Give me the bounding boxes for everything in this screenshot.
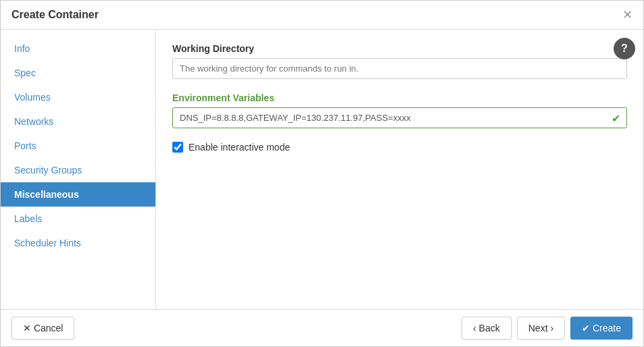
environment-variables-group: Environment Variables ✔ [172,92,627,128]
modal-title: Create Container [11,9,99,21]
close-button[interactable]: ✕ [622,9,633,21]
sidebar: Info Spec Volumes Networks Ports Securit… [1,30,156,309]
help-button[interactable]: ? [614,38,635,59]
modal-footer: ✕ Cancel ‹ Back Next › ✔ Create [1,309,643,346]
sidebar-item-scheduler-hints[interactable]: Scheduler Hints [1,231,155,255]
environment-variables-label: Environment Variables [172,92,627,103]
next-button[interactable]: Next › [517,317,565,340]
back-button[interactable]: ‹ Back [462,317,512,340]
sidebar-item-labels[interactable]: Labels [1,207,155,231]
interactive-mode-row: Enable interactive mode [172,142,627,153]
sidebar-item-ports[interactable]: Ports [1,134,155,158]
sidebar-item-miscellaneous[interactable]: Miscellaneous [1,182,155,207]
modal-body: Info Spec Volumes Networks Ports Securit… [1,30,643,309]
working-directory-input[interactable] [172,58,627,79]
create-container-modal: Create Container ✕ Info Spec Volumes Net… [0,0,644,347]
sidebar-item-info[interactable]: Info [1,36,155,61]
environment-variables-input[interactable] [172,107,627,128]
interactive-mode-label: Enable interactive mode [189,142,290,153]
footer-right-buttons: ‹ Back Next › ✔ Create [462,317,633,340]
sidebar-item-security-groups[interactable]: Security Groups [1,158,155,182]
working-directory-label: Working Directory [172,43,627,54]
sidebar-item-spec[interactable]: Spec [1,61,155,85]
create-button[interactable]: ✔ Create [570,317,633,340]
modal-header: Create Container ✕ [1,1,643,30]
working-directory-group: Working Directory [172,43,627,79]
interactive-mode-checkbox[interactable] [172,142,183,153]
cancel-button[interactable]: ✕ Cancel [11,317,74,340]
valid-checkmark-icon: ✔ [612,111,620,124]
content-area: ? Working Directory Environment Variable… [156,30,643,309]
environment-variables-wrapper: ✔ [172,107,627,128]
sidebar-item-networks[interactable]: Networks [1,109,155,134]
sidebar-item-volumes[interactable]: Volumes [1,85,155,109]
